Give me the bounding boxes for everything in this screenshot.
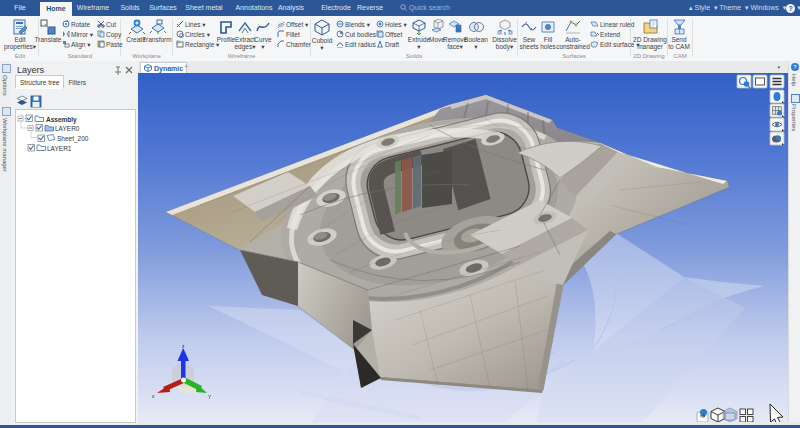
svg-text:LAYER0: LAYER0: [55, 125, 80, 132]
svg-text:Sheet_200: Sheet_200: [57, 135, 89, 143]
svg-text:Assembly: Assembly: [46, 116, 77, 124]
svg-text:LAYER1: LAYER1: [47, 145, 72, 152]
